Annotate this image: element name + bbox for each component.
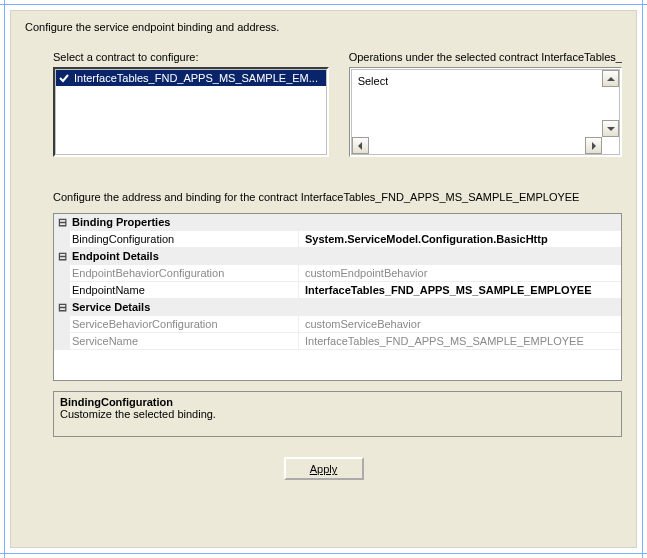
property-row[interactable]: ServiceBehaviorConfiguration customServi… <box>54 316 621 333</box>
property-value[interactable]: customEndpointBehavior <box>299 265 621 281</box>
property-name: EndpointName <box>70 282 299 298</box>
operation-item[interactable]: Select <box>356 73 598 89</box>
config-panel: Configure the service endpoint binding a… <box>10 10 637 548</box>
description-text: Customize the selected binding. <box>60 408 615 420</box>
property-category[interactable]: ⊟ Service Details <box>54 299 621 316</box>
description-title: BindingConfiguration <box>60 396 615 408</box>
category-name: Binding Properties <box>70 214 298 230</box>
contract-item[interactable]: InterfaceTables_FND_APPS_MS_SAMPLE_EM... <box>56 70 326 86</box>
property-value[interactable]: InterfaceTables_FND_APPS_MS_SAMPLE_EMPLO… <box>299 282 621 298</box>
scroll-left-button[interactable] <box>352 137 369 154</box>
vertical-scrollbar[interactable] <box>602 70 619 137</box>
property-row[interactable]: BindingConfiguration System.ServiceModel… <box>54 231 621 248</box>
property-value[interactable]: System.ServiceModel.Configuration.BasicH… <box>299 231 621 247</box>
property-row[interactable]: EndpointName InterfaceTables_FND_APPS_MS… <box>54 282 621 299</box>
horizontal-scrollbar[interactable] <box>352 137 602 154</box>
check-icon <box>58 72 70 84</box>
property-category[interactable]: ⊟ Endpoint Details <box>54 248 621 265</box>
category-name: Endpoint Details <box>70 248 298 264</box>
contracts-label: Select a contract to configure: <box>53 51 329 63</box>
property-name: ServiceName <box>70 333 299 349</box>
property-name: EndpointBehaviorConfiguration <box>70 265 299 281</box>
property-value[interactable]: InterfaceTables_FND_APPS_MS_SAMPLE_EMPLO… <box>299 333 621 349</box>
property-description: BindingConfiguration Customize the selec… <box>53 391 622 437</box>
property-row[interactable]: ServiceName InterfaceTables_FND_APPS_MS_… <box>54 333 621 350</box>
contract-item-text: InterfaceTables_FND_APPS_MS_SAMPLE_EM... <box>74 72 318 84</box>
binding-section-label: Configure the address and binding for th… <box>53 191 622 203</box>
scroll-right-button[interactable] <box>585 137 602 154</box>
apply-button[interactable]: Apply <box>284 457 364 480</box>
property-value[interactable]: customServiceBehavior <box>299 316 621 332</box>
property-category[interactable]: ⊟ Binding Properties <box>54 214 621 231</box>
scroll-down-button[interactable] <box>602 120 619 137</box>
property-name: ServiceBehaviorConfiguration <box>70 316 299 332</box>
category-name: Service Details <box>70 299 298 315</box>
operation-item-text: Select <box>358 75 389 87</box>
property-row[interactable]: EndpointBehaviorConfiguration customEndp… <box>54 265 621 282</box>
collapse-icon[interactable]: ⊟ <box>54 299 70 315</box>
scroll-up-button[interactable] <box>602 70 619 87</box>
property-name: BindingConfiguration <box>70 231 299 247</box>
contracts-listbox[interactable]: InterfaceTables_FND_APPS_MS_SAMPLE_EM... <box>53 67 329 157</box>
collapse-icon[interactable]: ⊟ <box>54 214 70 230</box>
collapse-icon[interactable]: ⊟ <box>54 248 70 264</box>
operations-listbox[interactable]: Select <box>349 67 622 157</box>
operations-label: Operations under the selected contract I… <box>349 51 622 63</box>
panel-title: Configure the service endpoint binding a… <box>25 21 622 33</box>
property-grid[interactable]: ⊟ Binding Properties BindingConfiguratio… <box>53 213 622 381</box>
